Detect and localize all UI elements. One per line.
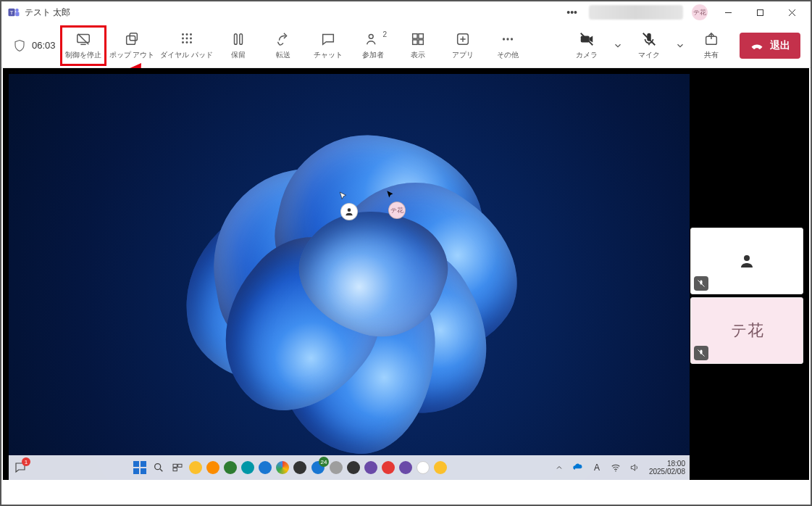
svg-rect-18 — [240, 33, 243, 44]
shield-icon — [13, 39, 28, 52]
app-icon-6[interactable] — [330, 461, 343, 474]
view-button[interactable]: 表示 — [395, 25, 440, 66]
hold-button[interactable]: 保留 — [216, 25, 261, 66]
more-options-button[interactable]: ••• — [559, 7, 585, 18]
taskbar-date: 2025/02/08 — [649, 468, 685, 476]
ime-indicator[interactable]: A — [590, 460, 604, 475]
cursor-icon — [338, 191, 348, 202]
svg-rect-33 — [173, 464, 177, 467]
transfer-button[interactable]: 転送 — [261, 25, 306, 66]
cursor-icon — [385, 190, 395, 200]
mic-button[interactable]: マイク — [627, 25, 671, 66]
svg-point-26 — [506, 38, 508, 40]
app-icon-2[interactable] — [224, 461, 237, 474]
popout-button[interactable]: ポップ アウト — [106, 25, 158, 66]
chrome-icon[interactable] — [276, 461, 289, 474]
notif-badge: 1 — [22, 457, 30, 466]
app-badge: 24 — [319, 457, 329, 467]
edge-icon[interactable] — [259, 461, 272, 474]
apps-button[interactable]: アプリ — [440, 25, 485, 66]
participant-avatar-icon — [732, 246, 762, 276]
taskbar-clock[interactable]: 18:00 2025/02/08 — [649, 460, 685, 476]
camera-button[interactable]: カメラ — [564, 25, 609, 66]
svg-point-16 — [190, 41, 192, 43]
app-icon-10[interactable] — [434, 461, 447, 474]
participants-button[interactable]: 2 参加者 — [351, 25, 395, 66]
svg-rect-22 — [413, 39, 417, 43]
titlebar-avatar[interactable]: テ花 — [692, 4, 708, 20]
windows-bloom-wallpaper — [126, 74, 517, 457]
window-close-button[interactable] — [776, 1, 808, 23]
svg-rect-17 — [235, 33, 238, 44]
titlebar: T テスト 太郎 ••• テ花 — [1, 1, 811, 23]
svg-point-27 — [511, 38, 513, 40]
svg-rect-21 — [419, 33, 423, 38]
chat-button[interactable]: チャット — [306, 25, 351, 66]
taskbar-time: 18:00 — [649, 460, 685, 468]
svg-point-12 — [185, 37, 188, 39]
share-button[interactable]: 共有 — [689, 25, 734, 66]
teams-taskbar-icon[interactable] — [399, 461, 412, 474]
wifi-icon[interactable] — [608, 460, 623, 475]
tray-chevron-icon[interactable] — [552, 460, 566, 475]
chat-notif-icon[interactable]: 1 — [13, 460, 28, 475]
start-button[interactable] — [133, 460, 147, 475]
dialpad-button[interactable]: ダイヤル パッド — [157, 25, 216, 66]
camera-chevron[interactable] — [609, 41, 627, 51]
mute-badge-icon — [694, 346, 708, 360]
search-icon[interactable] — [151, 460, 166, 475]
share-icon — [703, 31, 719, 47]
mic-chevron[interactable] — [671, 41, 689, 51]
apps-label: アプリ — [452, 50, 474, 60]
svg-rect-7 — [130, 33, 137, 40]
more-label: その他 — [497, 50, 519, 60]
window-maximize-button[interactable] — [744, 1, 776, 23]
explorer-icon[interactable] — [189, 461, 202, 474]
app-icon-3[interactable] — [241, 461, 254, 474]
hold-icon — [230, 31, 246, 47]
svg-point-13 — [190, 37, 192, 39]
lrc-icon[interactable] — [347, 461, 360, 474]
volume-icon[interactable] — [627, 460, 642, 475]
participants-label: 参加者 — [362, 50, 384, 60]
svg-point-11 — [182, 37, 184, 39]
stop-control-label: 制御を停止 — [65, 50, 101, 60]
participant-tile-2[interactable]: テ花 — [690, 297, 803, 364]
participants-icon: 2 — [365, 31, 381, 47]
svg-rect-4 — [757, 9, 763, 15]
task-view-icon[interactable] — [170, 460, 185, 475]
transfer-icon — [275, 31, 291, 47]
svg-rect-20 — [413, 33, 417, 38]
svg-point-36 — [615, 470, 616, 472]
dialpad-icon — [179, 31, 195, 47]
participant-tile-1[interactable] — [690, 228, 803, 294]
mic-label: マイク — [638, 50, 660, 60]
app-icon-8[interactable] — [382, 461, 395, 474]
participant-tiles: テ花 — [690, 228, 803, 364]
svg-rect-3 — [15, 12, 19, 16]
app-icon-4[interactable] — [293, 461, 306, 474]
account-picker[interactable] — [589, 5, 683, 20]
camera-off-icon — [579, 31, 595, 47]
apps-icon — [455, 31, 471, 47]
shared-screen[interactable]: テ花 1 — [9, 74, 690, 480]
view-icon — [410, 31, 426, 47]
teams-app-icon: T — [7, 6, 20, 19]
windows-taskbar: 1 24 — [9, 455, 690, 480]
window-minimize-button[interactable] — [712, 1, 744, 23]
app-icon-5[interactable]: 24 — [311, 460, 325, 475]
more-button[interactable]: その他 — [485, 25, 530, 66]
svg-point-37 — [744, 255, 750, 261]
onedrive-icon[interactable] — [571, 460, 585, 475]
svg-point-2 — [15, 9, 19, 12]
hold-label: 保留 — [231, 50, 246, 60]
svg-point-19 — [369, 34, 373, 38]
stop-control-button[interactable]: 制御を停止 — [60, 25, 106, 66]
view-label: 表示 — [411, 50, 425, 60]
app-icon-1[interactable] — [206, 461, 219, 474]
leave-button[interactable]: 退出 — [740, 33, 800, 59]
hangup-icon — [750, 38, 764, 53]
remote-user1-avatar — [340, 203, 358, 220]
app-icon-7[interactable] — [364, 461, 377, 474]
app-icon-9[interactable] — [417, 461, 430, 474]
